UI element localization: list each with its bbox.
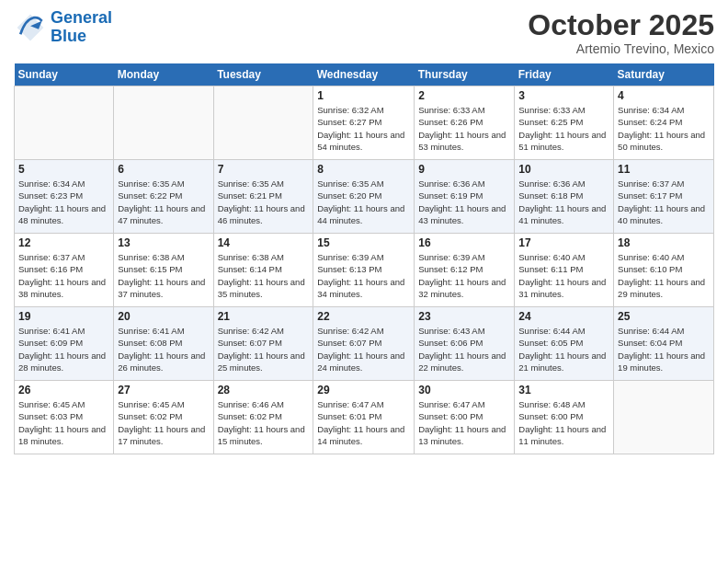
day-info: Sunrise: 6:47 AMSunset: 6:00 PMDaylight:… bbox=[418, 398, 510, 447]
calendar-cell: 4Sunrise: 6:34 AMSunset: 6:24 PMDaylight… bbox=[614, 86, 714, 160]
sunrise-text: Sunrise: 6:41 AM bbox=[18, 325, 109, 337]
day-number: 7 bbox=[218, 163, 310, 176]
sunrise-text: Sunrise: 6:38 AM bbox=[218, 251, 310, 263]
sunset-text: Sunset: 6:20 PM bbox=[317, 190, 410, 201]
sunset-text: Sunset: 6:17 PM bbox=[618, 190, 710, 201]
sunrise-text: Sunrise: 6:46 AM bbox=[218, 398, 310, 410]
day-number: 16 bbox=[418, 236, 510, 249]
sunrise-text: Sunrise: 6:39 AM bbox=[418, 251, 510, 263]
day-info: Sunrise: 6:39 AMSunset: 6:12 PMDaylight:… bbox=[418, 251, 510, 300]
sunset-text: Sunset: 6:23 PM bbox=[18, 190, 109, 201]
sunrise-text: Sunrise: 6:36 AM bbox=[518, 178, 609, 190]
weekday-header-monday: Monday bbox=[114, 63, 213, 86]
calendar-cell: 12Sunrise: 6:37 AMSunset: 6:16 PMDayligh… bbox=[15, 234, 114, 307]
weekday-header-sunday: Sunday bbox=[15, 63, 114, 86]
sunrise-text: Sunrise: 6:39 AM bbox=[317, 251, 410, 263]
day-info: Sunrise: 6:45 AMSunset: 6:03 PMDaylight:… bbox=[18, 398, 109, 447]
calendar-cell: 23Sunrise: 6:43 AMSunset: 6:06 PMDayligh… bbox=[415, 307, 515, 381]
sunset-text: Sunset: 6:22 PM bbox=[118, 190, 209, 201]
calendar-cell: 28Sunrise: 6:46 AMSunset: 6:02 PMDayligh… bbox=[213, 381, 313, 454]
daylight-text: Daylight: 11 hours and 46 minutes. bbox=[218, 202, 310, 227]
sunrise-text: Sunrise: 6:36 AM bbox=[418, 178, 510, 190]
calendar-cell: 22Sunrise: 6:42 AMSunset: 6:07 PMDayligh… bbox=[313, 307, 415, 381]
sunset-text: Sunset: 6:03 PM bbox=[18, 410, 109, 422]
day-info: Sunrise: 6:47 AMSunset: 6:01 PMDaylight:… bbox=[317, 398, 410, 447]
daylight-text: Daylight: 11 hours and 11 minutes. bbox=[518, 423, 609, 448]
day-info: Sunrise: 6:35 AMSunset: 6:21 PMDaylight:… bbox=[218, 178, 310, 226]
sunrise-text: Sunrise: 6:45 AM bbox=[18, 398, 109, 410]
calendar-cell: 26Sunrise: 6:45 AMSunset: 6:03 PMDayligh… bbox=[15, 381, 114, 454]
sunrise-text: Sunrise: 6:44 AM bbox=[518, 325, 609, 337]
sunrise-text: Sunrise: 6:43 AM bbox=[418, 325, 510, 337]
sunrise-text: Sunrise: 6:33 AM bbox=[418, 104, 510, 116]
daylight-text: Daylight: 11 hours and 54 minutes. bbox=[317, 129, 410, 154]
sunrise-text: Sunrise: 6:35 AM bbox=[118, 178, 209, 190]
sunrise-text: Sunrise: 6:44 AM bbox=[618, 325, 710, 337]
sunset-text: Sunset: 6:05 PM bbox=[518, 337, 609, 349]
day-info: Sunrise: 6:48 AMSunset: 6:00 PMDaylight:… bbox=[518, 398, 609, 447]
sunset-text: Sunset: 6:16 PM bbox=[18, 263, 109, 275]
daylight-text: Daylight: 11 hours and 40 minutes. bbox=[618, 202, 710, 227]
sunset-text: Sunset: 6:06 PM bbox=[418, 337, 510, 349]
daylight-text: Daylight: 11 hours and 14 minutes. bbox=[317, 423, 410, 448]
daylight-text: Daylight: 11 hours and 28 minutes. bbox=[18, 350, 109, 374]
calendar-cell: 20Sunrise: 6:41 AMSunset: 6:08 PMDayligh… bbox=[114, 307, 213, 381]
day-number: 2 bbox=[418, 89, 510, 102]
logo-text: General Blue bbox=[51, 9, 112, 46]
day-info: Sunrise: 6:37 AMSunset: 6:16 PMDaylight:… bbox=[18, 251, 109, 300]
calendar-cell: 5Sunrise: 6:34 AMSunset: 6:23 PMDaylight… bbox=[15, 160, 114, 234]
daylight-text: Daylight: 11 hours and 34 minutes. bbox=[317, 276, 410, 301]
page-container: General Blue October 2025 Artemio Trevin… bbox=[0, 0, 728, 464]
sunrise-text: Sunrise: 6:48 AM bbox=[518, 398, 609, 410]
day-number: 3 bbox=[518, 89, 609, 102]
day-info: Sunrise: 6:39 AMSunset: 6:13 PMDaylight:… bbox=[317, 251, 410, 300]
weekday-header-row: SundayMondayTuesdayWednesdayThursdayFrid… bbox=[15, 63, 714, 86]
daylight-text: Daylight: 11 hours and 37 minutes. bbox=[118, 276, 209, 301]
day-info: Sunrise: 6:42 AMSunset: 6:07 PMDaylight:… bbox=[218, 325, 310, 373]
calendar-cell: 29Sunrise: 6:47 AMSunset: 6:01 PMDayligh… bbox=[313, 381, 415, 454]
day-info: Sunrise: 6:46 AMSunset: 6:02 PMDaylight:… bbox=[218, 398, 310, 447]
sunset-text: Sunset: 6:19 PM bbox=[418, 190, 510, 201]
day-info: Sunrise: 6:43 AMSunset: 6:06 PMDaylight:… bbox=[418, 325, 510, 373]
calendar-cell: 6Sunrise: 6:35 AMSunset: 6:22 PMDaylight… bbox=[114, 160, 213, 234]
daylight-text: Daylight: 11 hours and 41 minutes. bbox=[518, 202, 609, 227]
daylight-text: Daylight: 11 hours and 17 minutes. bbox=[118, 423, 209, 448]
day-number: 19 bbox=[18, 310, 109, 323]
day-number: 28 bbox=[218, 384, 310, 396]
sunrise-text: Sunrise: 6:32 AM bbox=[317, 104, 410, 116]
day-number: 20 bbox=[118, 310, 209, 323]
day-info: Sunrise: 6:36 AMSunset: 6:19 PMDaylight:… bbox=[418, 178, 510, 226]
sunrise-text: Sunrise: 6:42 AM bbox=[218, 325, 310, 337]
day-number: 8 bbox=[317, 163, 410, 176]
sunset-text: Sunset: 6:12 PM bbox=[418, 263, 510, 275]
sunset-text: Sunset: 6:09 PM bbox=[18, 337, 109, 349]
sunrise-text: Sunrise: 6:37 AM bbox=[18, 251, 109, 263]
day-info: Sunrise: 6:35 AMSunset: 6:20 PMDaylight:… bbox=[317, 178, 410, 226]
day-number: 23 bbox=[418, 310, 510, 323]
sunrise-text: Sunrise: 6:34 AM bbox=[18, 178, 109, 190]
day-number: 31 bbox=[518, 384, 609, 396]
day-number: 26 bbox=[18, 384, 109, 396]
day-number: 15 bbox=[317, 236, 410, 249]
logo-icon bbox=[14, 11, 47, 44]
sunrise-text: Sunrise: 6:35 AM bbox=[218, 178, 310, 190]
day-info: Sunrise: 6:41 AMSunset: 6:09 PMDaylight:… bbox=[18, 325, 109, 373]
calendar-cell: 31Sunrise: 6:48 AMSunset: 6:00 PMDayligh… bbox=[515, 381, 614, 454]
daylight-text: Daylight: 11 hours and 38 minutes. bbox=[18, 276, 109, 301]
calendar-table: SundayMondayTuesdayWednesdayThursdayFrid… bbox=[14, 63, 714, 454]
calendar-cell: 7Sunrise: 6:35 AMSunset: 6:21 PMDaylight… bbox=[213, 160, 313, 234]
day-number: 29 bbox=[317, 384, 410, 396]
day-info: Sunrise: 6:44 AMSunset: 6:05 PMDaylight:… bbox=[518, 325, 609, 373]
day-number: 14 bbox=[218, 236, 310, 249]
calendar-cell: 2Sunrise: 6:33 AMSunset: 6:26 PMDaylight… bbox=[415, 86, 515, 160]
sunset-text: Sunset: 6:07 PM bbox=[317, 337, 410, 349]
calendar-cell bbox=[15, 86, 114, 160]
sunset-text: Sunset: 6:00 PM bbox=[418, 410, 510, 422]
daylight-text: Daylight: 11 hours and 29 minutes. bbox=[618, 276, 710, 301]
logo-line2: Blue bbox=[51, 27, 86, 45]
sunset-text: Sunset: 6:26 PM bbox=[418, 116, 510, 128]
daylight-text: Daylight: 11 hours and 48 minutes. bbox=[18, 202, 109, 227]
sunrise-text: Sunrise: 6:38 AM bbox=[118, 251, 209, 263]
sunset-text: Sunset: 6:21 PM bbox=[218, 190, 310, 201]
location-subtitle: Artemio Trevino, Mexico bbox=[528, 41, 714, 56]
